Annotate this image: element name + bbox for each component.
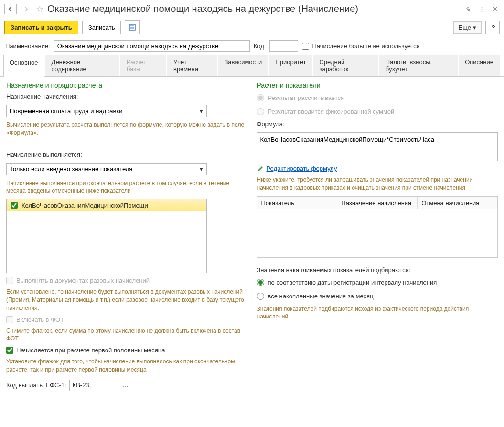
radio-fixed: [257, 108, 264, 115]
list-item[interactable]: КолВоЧасовОказанияМедицинскойПомощи: [7, 199, 206, 211]
purpose-dropdown[interactable]: ▾: [6, 105, 207, 117]
efs-field[interactable]: [69, 380, 117, 391]
exec-dropdown[interactable]: ▾: [6, 163, 207, 175]
favorite-icon[interactable]: ☆: [35, 4, 44, 14]
indicators-table: Показатель Назначение начисления Отмена …: [257, 196, 498, 258]
window-title: Оказание медицинской помощи находясь на …: [47, 3, 461, 14]
menu-icon[interactable]: ⋮: [477, 4, 486, 14]
radio-calculated: [257, 94, 264, 101]
titlebar: ☆ Оказание медицинской помощи находясь н…: [0, 0, 504, 17]
edit-formula-label: Редактировать формулу: [267, 165, 337, 172]
save-close-button[interactable]: Записать и закрыть: [4, 21, 78, 34]
formula-field[interactable]: КолВоЧасовОказанияМедицинскойПомощи*Стои…: [257, 132, 498, 161]
tab-avg[interactable]: Средний заработок: [313, 55, 378, 76]
pencil-icon: [257, 165, 264, 172]
edit-formula-link[interactable]: Редактировать формулу: [257, 165, 498, 172]
fot-hint: Снимите флажок, если сумма по этому начи…: [6, 327, 247, 343]
tab-base[interactable]: Расчет базы: [120, 55, 166, 76]
chevron-down-icon[interactable]: ▾: [196, 105, 207, 117]
radio-accum-interval[interactable]: [257, 279, 264, 286]
back-button[interactable]: [4, 4, 17, 14]
left-column: Назначение и порядок расчета Назначение …: [6, 81, 247, 422]
header-fields: Наименование: Код: Начисление больше не …: [0, 37, 504, 55]
not-used-label: Начисление больше не используется: [312, 43, 419, 50]
fot-label: Включать в ФОТ: [16, 316, 64, 323]
radio-accum-month-label: все накопленные значения за месяц: [268, 293, 374, 300]
purpose-label: Назначение начисления:: [6, 93, 247, 100]
content: Назначение и порядок расчета Назначение …: [0, 77, 504, 427]
efs-select-button[interactable]: ...: [120, 380, 131, 391]
exec-hint: Начисление выполняется при окончательном…: [6, 179, 247, 196]
half-month-checkbox[interactable]: [6, 347, 13, 354]
tab-desc[interactable]: Описание: [459, 55, 500, 76]
indicators-list[interactable]: КолВоЧасовОказанияМедицинскойПомощи: [6, 199, 207, 273]
table-header-assign: Назначение начисления: [337, 197, 418, 209]
name-label: Наименование:: [5, 43, 50, 50]
radio-fixed-label: Результат вводится фиксированной суммой: [268, 108, 395, 115]
fot-checkbox: [6, 316, 13, 323]
name-field[interactable]: [54, 40, 250, 52]
radio-accum-month[interactable]: [257, 293, 264, 300]
code-field[interactable]: [269, 40, 298, 52]
once-label: Выполнять в документах разовых начислени…: [16, 277, 150, 284]
report-button[interactable]: [125, 20, 140, 34]
purpose-hint: Вычисление результата расчета выполняетс…: [6, 121, 247, 137]
accum-hint: Значения показателей подбираются исходя …: [257, 305, 498, 321]
radio-accum-interval-label: по соответствию даты регистрации интерва…: [268, 279, 437, 286]
tab-deps[interactable]: Зависимости: [218, 55, 268, 76]
forward-button[interactable]: [20, 4, 32, 14]
table-body[interactable]: [257, 209, 498, 257]
more-button[interactable]: Еще▾: [453, 21, 482, 34]
radio-calculated-label: Результат рассчитывается: [268, 94, 344, 101]
exec-label: Начисление выполняется:: [6, 151, 247, 158]
indicator-label: КолВоЧасовОказанияМедицинскойПомощи: [21, 202, 148, 209]
purpose-field[interactable]: [6, 105, 196, 117]
tabs: Основное Денежное содержание Расчет базы…: [0, 55, 504, 77]
efs-label: Код выплаты ЕФС-1:: [6, 382, 66, 389]
not-used-checkbox[interactable]: [302, 43, 309, 50]
separator: [6, 144, 247, 144]
right-column: Расчет и показатели Результат рассчитыва…: [257, 81, 498, 422]
tab-money[interactable]: Денежное содержание: [45, 55, 119, 76]
code-label: Код:: [254, 43, 266, 50]
table-header-cancel: Отмена начисления: [418, 197, 497, 209]
accum-label: Значения накапливаемых показателей подби…: [257, 266, 498, 274]
tab-time[interactable]: Учет времени: [167, 55, 217, 76]
close-icon[interactable]: ✕: [490, 4, 500, 14]
table-hint: Ниже укажите, требуется ли запрашивать з…: [257, 176, 498, 192]
accrual-window: ☆ Оказание медицинской помощи находясь н…: [0, 0, 504, 427]
tab-priority[interactable]: Приоритет: [269, 55, 312, 76]
once-hint: Если установлено, то начисление будет вы…: [6, 288, 247, 312]
help-button[interactable]: ?: [485, 21, 500, 34]
toolbar: Записать и закрыть Записать Еще▾ ?: [0, 17, 504, 37]
chevron-down-icon[interactable]: ▾: [196, 163, 207, 175]
tab-main[interactable]: Основное: [3, 55, 44, 77]
chevron-down-icon: ▾: [473, 24, 476, 31]
once-checkbox: [6, 277, 13, 284]
indicator-checkbox[interactable]: [11, 202, 18, 209]
half-month-label: Начисляется при расчете первой половины …: [16, 347, 165, 354]
tab-tax[interactable]: Налоги, взносы, бухучет: [379, 55, 458, 76]
formula-label: Формула:: [257, 120, 498, 128]
section-calc: Расчет и показатели: [257, 81, 498, 89]
save-button[interactable]: Записать: [82, 21, 121, 34]
link-icon[interactable]: [463, 4, 473, 14]
exec-field[interactable]: [6, 163, 196, 175]
section-purpose: Назначение и порядок расчета: [6, 81, 247, 89]
table-header-indicator: Показатель: [257, 197, 338, 209]
more-label: Еще: [459, 24, 471, 31]
half-month-hint: Установите флажок для того, чтобы начисл…: [6, 358, 247, 374]
